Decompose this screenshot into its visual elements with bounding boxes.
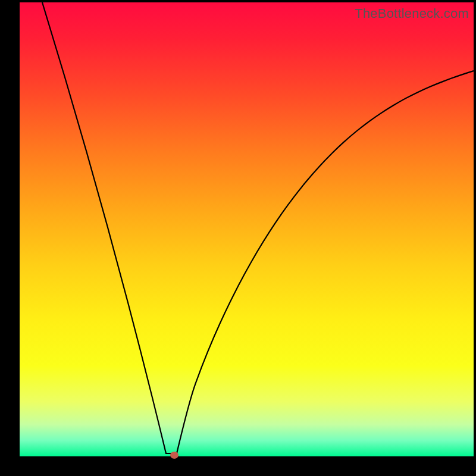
bottleneck-curve <box>42 2 474 453</box>
curve-svg <box>20 2 474 456</box>
plot-area: TheBottleneck.com <box>20 2 474 456</box>
optimum-marker <box>170 452 178 459</box>
watermark-text: TheBottleneck.com <box>355 6 469 21</box>
